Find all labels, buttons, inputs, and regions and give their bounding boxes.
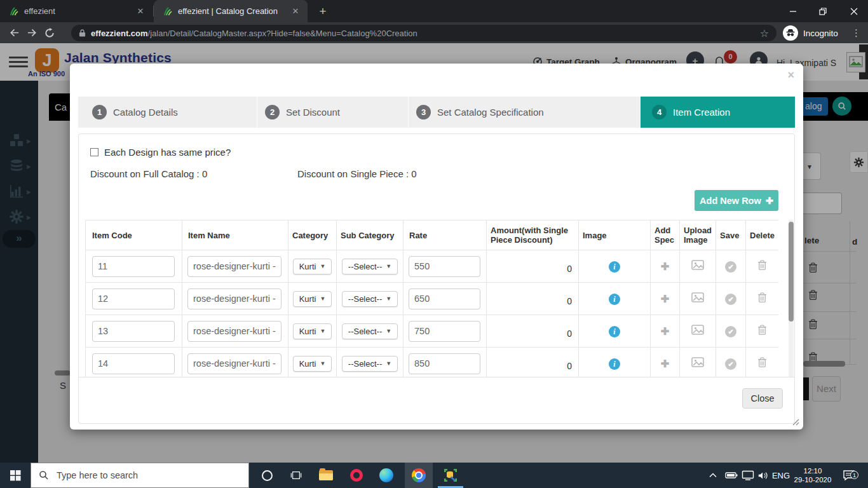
task-view-icon[interactable] [285,463,308,488]
window-restore-button[interactable] [809,0,837,22]
modal-close-icon[interactable]: × [787,69,794,82]
new-tab-button[interactable]: + [315,4,330,19]
tab-title: effezient | Catalog Creation [178,6,285,16]
col-amount: Amount(with Single Piece Discount) [487,220,579,250]
item-code-input[interactable] [92,353,175,374]
scrollbar-thumb[interactable] [789,222,794,322]
step-set-discount[interactable]: 2 Set Discount [257,97,409,128]
upload-image-icon[interactable] [691,325,704,335]
step-number: 4 [652,105,667,119]
add-spec-icon[interactable]: ✚ [661,294,669,304]
upload-image-icon[interactable] [691,292,704,302]
item-code-input[interactable] [92,288,175,309]
incognito-label: Incognito [803,29,838,38]
opera-icon[interactable] [345,463,368,488]
step-label: Set Catalog Specification [437,107,544,118]
step-catalog-details[interactable]: 1 Catalog Details [78,97,257,128]
edge-icon[interactable] [375,463,398,488]
save-icon[interactable]: ✔ [725,326,736,337]
step-set-catalog-specification[interactable]: 3 Set Catalog Specification [409,97,641,128]
sub-category-dropdown[interactable]: --Select--▼ [342,291,398,307]
forward-icon[interactable] [23,24,41,42]
window-minimize-button[interactable] [779,0,807,22]
item-name-input[interactable] [187,288,281,309]
file-explorer-icon[interactable] [315,463,337,488]
category-dropdown[interactable]: Kurti▼ [293,323,332,339]
windows-taskbar: ENG 12:10 29-10-2020 1 [0,463,868,488]
back-icon[interactable] [5,24,23,42]
tab-catalog-creation[interactable]: effezient | Catalog Creation ✕ [154,0,308,22]
address-bar: effezzient.com/jalan/Detail/CatalogMaste… [0,22,868,43]
tray-volume-icon[interactable] [755,463,771,488]
image-info-icon[interactable]: i [609,261,620,273]
amount-value: 0 [487,348,579,377]
tab-close-icon[interactable]: ✕ [135,6,146,17]
save-icon[interactable]: ✔ [725,294,736,305]
delete-trash-icon[interactable] [757,357,767,368]
resize-handle-icon[interactable] [792,419,799,426]
image-info-icon[interactable]: i [609,358,620,370]
category-dropdown[interactable]: Kurti▼ [293,259,332,274]
sub-category-dropdown[interactable]: --Select--▼ [342,259,398,274]
item-code-input[interactable] [92,321,175,342]
sub-category-dropdown[interactable]: --Select--▼ [342,323,398,339]
chevron-down-icon: ▼ [320,360,325,367]
favicon-effezient-icon [163,6,173,17]
bookmark-star-icon[interactable]: ☆ [760,27,769,39]
reload-icon[interactable] [41,24,58,42]
step-item-creation[interactable]: 4 Item Creation [641,97,795,128]
item-code-input[interactable] [92,256,175,277]
tab-close-icon[interactable]: ✕ [290,6,301,17]
browser-tabstrip: effezient ✕ effezient | Catalog Creation… [0,0,868,22]
amount-value: 0 [487,283,579,315]
notification-badge: 1 [850,471,858,479]
upload-image-icon[interactable] [691,357,704,367]
sub-category-value: --Select-- [348,262,382,271]
chrome-taskbar-tile[interactable] [405,463,433,488]
app-window-icon[interactable] [438,463,463,488]
upload-image-icon[interactable] [691,260,704,270]
image-info-icon[interactable]: i [609,326,620,337]
rate-input[interactable] [409,288,480,309]
tray-language-label[interactable]: ENG [770,463,792,488]
url-omnibox[interactable]: effezzient.com/jalan/Detail/CatalogMaste… [71,25,776,41]
tray-chevron-up-icon[interactable] [704,463,722,488]
tab-effezient[interactable]: effezient ✕ [0,0,153,22]
same-price-row: Each Design has same price? [90,147,231,158]
delete-trash-icon[interactable] [757,260,767,271]
save-icon[interactable]: ✔ [725,261,736,273]
window-close-button[interactable] [840,0,868,22]
category-dropdown[interactable]: Kurti▼ [293,291,332,307]
item-row: Kurti▼ --Select--▼ 0 i ✚ ✔ [86,250,779,283]
delete-trash-icon[interactable] [757,325,767,336]
image-info-icon[interactable]: i [609,294,620,305]
tray-network-icon[interactable] [740,463,756,488]
add-new-row-button[interactable]: Add New Row ✚ [695,190,778,211]
tray-clock[interactable]: 12:10 29-10-2020 [792,463,834,488]
taskbar-search[interactable] [31,463,249,488]
category-dropdown[interactable]: Kurti▼ [293,356,332,372]
items-table: Item Code Item Name Category Sub Categor… [85,220,778,377]
tray-battery-icon[interactable] [723,463,740,488]
same-price-checkbox[interactable] [90,148,98,156]
sub-category-dropdown[interactable]: --Select--▼ [342,356,398,372]
rate-input[interactable] [409,256,480,277]
rate-input[interactable] [409,353,480,374]
item-name-input[interactable] [187,321,281,342]
rate-input[interactable] [409,321,480,342]
save-icon[interactable]: ✔ [725,358,736,370]
add-spec-icon[interactable]: ✚ [661,326,669,337]
item-name-input[interactable] [187,256,281,277]
chevron-down-icon: ▼ [320,263,325,269]
search-input[interactable] [57,470,234,480]
add-spec-icon[interactable]: ✚ [661,358,669,369]
item-name-input[interactable] [187,353,281,374]
add-spec-icon[interactable]: ✚ [661,261,669,272]
start-button[interactable] [0,463,31,488]
table-scrollbar[interactable] [789,220,794,377]
cortana-icon[interactable] [255,463,278,488]
browser-menu-icon[interactable]: ⋮ [851,27,861,39]
delete-trash-icon[interactable] [757,292,767,303]
action-center-icon[interactable]: 1 [837,463,860,488]
close-button[interactable]: Close [742,388,783,409]
